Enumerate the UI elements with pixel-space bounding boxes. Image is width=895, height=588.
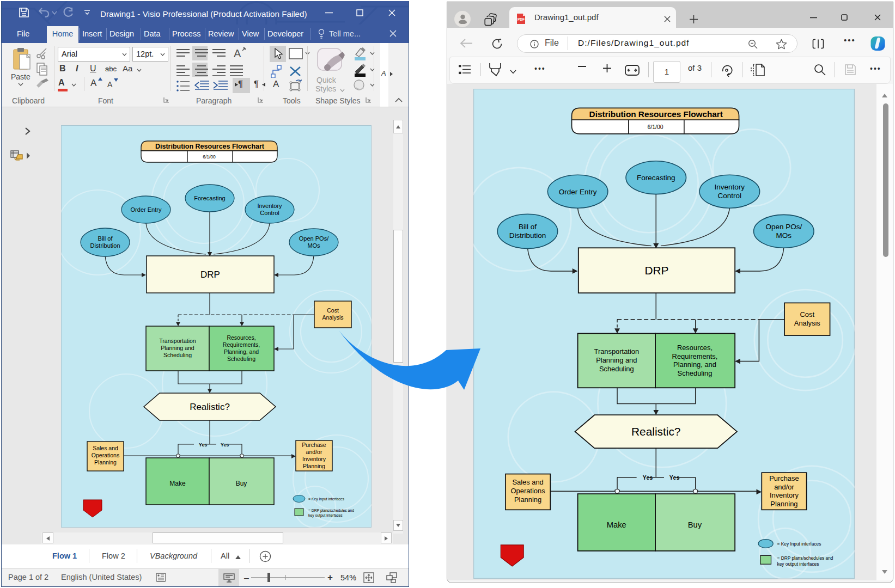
svg-text:6/1/00: 6/1/00 [203, 154, 216, 160]
svg-text:Purchase: Purchase [769, 474, 799, 482]
svg-text:Resources,: Resources, [227, 334, 255, 341]
svg-text:Realistic?: Realistic? [631, 425, 680, 438]
svg-text:DRP: DRP [644, 264, 668, 277]
svg-text:Cost: Cost [800, 310, 815, 318]
svg-text:Purchase: Purchase [302, 442, 326, 448]
svg-text:Forecasting: Forecasting [194, 195, 225, 201]
svg-text:Realistic?: Realistic? [190, 402, 230, 412]
svg-text:Yes: Yes [669, 475, 680, 481]
svg-text:Yes: Yes [643, 475, 653, 481]
svg-text:Planning, and: Planning, and [224, 348, 259, 355]
svg-text:Requirements,: Requirements, [223, 341, 260, 348]
svg-text:Analysis: Analysis [794, 319, 820, 327]
svg-text:Planning: Planning [303, 463, 325, 469]
svg-text:Scheduling: Scheduling [227, 356, 255, 362]
svg-text:Open POs/: Open POs/ [765, 223, 802, 231]
svg-text:MOs: MOs [776, 231, 792, 240]
svg-text:Planning: Planning [770, 500, 797, 508]
svg-text:Distribution: Distribution [90, 242, 120, 249]
svg-text:Sales and: Sales and [93, 445, 118, 451]
svg-text:Planning and: Planning and [161, 345, 194, 351]
svg-text:= DRP plans/schedules and: = DRP plans/schedules and [777, 555, 833, 561]
svg-text:DRP: DRP [200, 270, 220, 280]
svg-text:= DRP plans/schedules and: = DRP plans/schedules and [308, 509, 354, 513]
svg-text:Resources,: Resources, [677, 344, 713, 352]
svg-text:Operations: Operations [92, 452, 119, 458]
svg-text:Transportation: Transportation [594, 347, 640, 356]
svg-text:Cost: Cost [327, 307, 339, 314]
svg-text:PDF: PDF [517, 17, 525, 21]
svg-text:Inventory: Inventory [770, 491, 799, 499]
svg-text:6/1/00: 6/1/00 [648, 124, 663, 130]
svg-text:Planning: Planning [514, 495, 541, 504]
svg-text:A: A [234, 47, 241, 59]
svg-text:key output interfaces: key output interfaces [308, 513, 343, 518]
svg-text:Scheduling: Scheduling [163, 352, 192, 358]
svg-text:Make: Make [169, 480, 186, 487]
svg-text:Buy: Buy [236, 480, 247, 487]
svg-text:Planning: Planning [94, 459, 117, 465]
svg-text:Inventory: Inventory [715, 183, 745, 191]
svg-text:Inventory: Inventory [302, 456, 326, 462]
svg-text:Scheduling: Scheduling [599, 365, 634, 373]
svg-text:Order Entry: Order Entry [131, 206, 162, 213]
svg-text:and/or: and/or [774, 483, 794, 491]
svg-text:Control: Control [260, 210, 279, 216]
svg-text:Distribution: Distribution [509, 231, 546, 240]
svg-text:Yes: Yes [199, 442, 208, 448]
svg-text:Sales and: Sales and [512, 478, 543, 486]
svg-text:Distribution Resources Flowcha: Distribution Resources Flowchart [589, 109, 723, 119]
svg-text:Inventory: Inventory [257, 203, 282, 209]
svg-text:Forecasting: Forecasting [637, 174, 675, 182]
svg-text:and/or: and/or [306, 449, 322, 455]
svg-text:= Key Input interfaces: = Key Input interfaces [777, 541, 821, 547]
svg-text:Buy: Buy [688, 520, 702, 529]
svg-text:Distribution Resources Flowcha: Distribution Resources Flowchart [155, 143, 265, 150]
svg-text:Open POs/: Open POs/ [299, 235, 329, 242]
svg-text:Planning and: Planning and [596, 356, 637, 364]
svg-text:Bill of: Bill of [98, 235, 113, 242]
svg-text:Order Entry: Order Entry [559, 188, 597, 196]
svg-text:MOs: MOs [307, 242, 320, 249]
svg-text:Yes: Yes [221, 442, 229, 448]
svg-text:= Key Input interfaces: = Key Input interfaces [308, 497, 345, 501]
svg-text:Make: Make [607, 520, 626, 529]
svg-text:Scheduling: Scheduling [678, 369, 713, 377]
svg-text:Transportation: Transportation [159, 338, 196, 344]
svg-text:Bill of: Bill of [519, 223, 537, 231]
svg-text:Control: Control [718, 192, 742, 200]
svg-text:key output interfaces: key output interfaces [777, 561, 819, 567]
svg-text:Planning, and: Planning, and [673, 361, 716, 369]
svg-text:Operations: Operations [511, 487, 545, 495]
svg-text:Analysis: Analysis [322, 314, 343, 321]
svg-text:Requirements,: Requirements, [672, 352, 718, 360]
